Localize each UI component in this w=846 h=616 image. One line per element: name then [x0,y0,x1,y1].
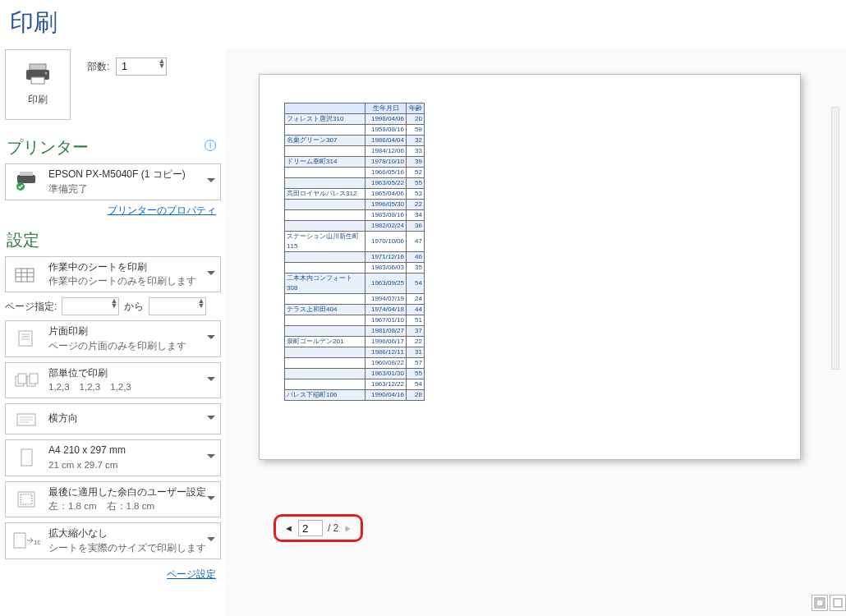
printer-ready-icon [12,172,40,191]
show-margins-button[interactable] [812,595,828,611]
margins-icon [12,490,40,508]
orientation-dropdown[interactable]: 横方向 [5,403,221,434]
current-page-input[interactable] [298,520,323,536]
scale-dropdown[interactable]: 100 拡大縮小なし シートを実際のサイズで印刷します [5,522,221,559]
page-to-label: から [124,300,144,314]
margins-dropdown[interactable]: 最後に適用した余白のユーザー設定 左：1.8 cm 右：1.8 cm [5,481,221,518]
page-to-spinner[interactable]: ▲▼ [149,297,206,315]
printer-section-heading: プリンター i [7,136,221,159]
copies-spinner[interactable]: ▲▼ [116,57,167,76]
chevron-down-icon [207,537,215,541]
chevron-down-icon [207,377,215,381]
svg-rect-24 [21,449,32,466]
prev-page-button[interactable]: ◄ [284,523,293,533]
svg-rect-5 [20,172,33,176]
preview-table: 生年月日年齢フォレスト唐沢3101998/04/06201958/08/1659… [284,103,425,401]
sheet-icon [12,265,40,283]
svg-point-2 [45,72,48,75]
svg-rect-3 [31,77,44,84]
left-panel: 印刷 部数: ▲▼ プリンター i EPSO [0,49,226,616]
page-navigation: ◄ / 2 ► [259,514,831,542]
chevron-down-icon [207,454,215,458]
svg-rect-17 [18,374,26,384]
chevron-down-icon [207,335,215,339]
page-total: / 2 [328,522,338,534]
paper-icon [12,448,40,467]
page-range-label: ページ指定: [5,300,57,314]
svg-rect-27 [14,533,25,548]
printer-name: EPSON PX-M5040F (1 コピー) [48,168,186,182]
print-button[interactable]: 印刷 [5,49,71,120]
print-button-label: 印刷 [28,93,48,107]
svg-rect-31 [834,599,842,607]
chevron-down-icon [207,496,215,500]
page-title: 印刷 [0,0,846,49]
svg-rect-19 [30,374,38,384]
page-nav-highlight: ◄ / 2 ► [274,514,363,542]
printer-dropdown[interactable]: EPSON PX-M5040F (1 コピー) 準備完了 [5,163,221,200]
zoom-button[interactable] [830,595,846,611]
printer-properties-link[interactable]: プリンターのプロパティ [108,205,216,216]
page-range-row: ページ指定: ▲▼ から ▲▼ [5,297,221,315]
svg-rect-4 [17,175,35,183]
paper-dropdown[interactable]: A4 210 x 297 mm 21 cm x 29.7 cm [5,439,221,476]
print-what-dropdown[interactable]: 作業中のシートを印刷 作業中のシートのみを印刷します [5,256,221,293]
svg-rect-30 [816,600,823,606]
collate-icon [12,371,40,389]
svg-text:100: 100 [34,539,40,546]
preview-area: 生年月日年齢フォレスト唐沢3101998/04/06201958/08/1659… [226,49,846,616]
sides-dropdown[interactable]: 片面印刷 ページの片面のみを印刷します [5,320,221,357]
preview-page: 生年月日年齢フォレスト唐沢3101998/04/06201958/08/1659… [259,74,801,460]
collate-dropdown[interactable]: 部単位で印刷 1,2,3 1,2,3 1,2,3 [5,362,221,399]
settings-section-heading: 設定 [7,229,221,251]
spinner-arrows[interactable]: ▲▼ [158,58,165,68]
scale-icon: 100 [12,531,40,549]
chevron-down-icon [207,178,215,182]
svg-rect-0 [30,64,46,70]
printer-status: 準備完了 [48,183,186,195]
orientation-icon [12,410,40,428]
page-side-icon [12,329,40,347]
page-setup-link[interactable]: ページ設定 [167,568,216,580]
vertical-scrollbar[interactable] [831,107,839,370]
svg-rect-7 [16,269,34,282]
chevron-down-icon [207,416,215,420]
copies-label: 部数: [87,60,109,74]
printer-icon [25,62,51,88]
svg-rect-12 [19,331,32,346]
page-from-spinner[interactable]: ▲▼ [62,297,119,315]
info-icon[interactable]: i [205,140,216,151]
chevron-down-icon [207,271,215,275]
next-page-button: ► [343,523,352,533]
